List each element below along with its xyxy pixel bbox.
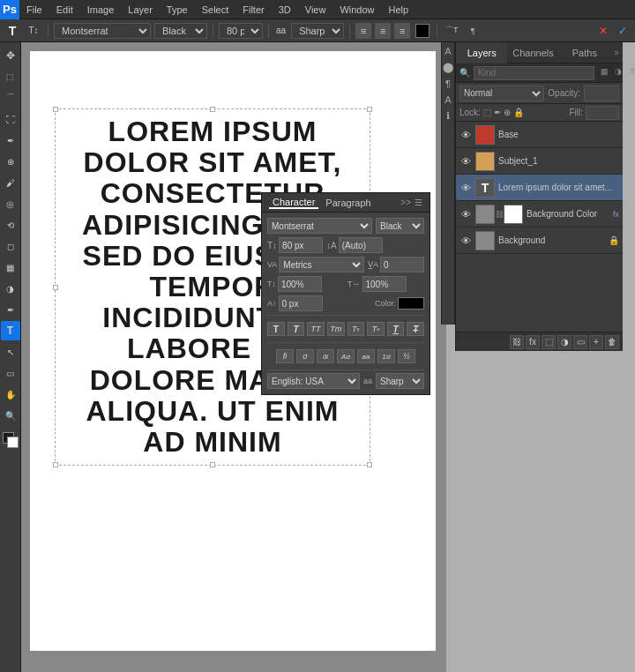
warp-text-icon[interactable]: ⌒T bbox=[443, 22, 460, 40]
clone-tool[interactable]: ◎ bbox=[1, 194, 20, 213]
lasso-tool[interactable]: ⌒ bbox=[1, 88, 20, 108]
filter-adj-icon[interactable]: ◑ bbox=[612, 67, 624, 79]
layer-item[interactable]: 👁 Background 🔒 bbox=[456, 228, 623, 254]
cancel-edit-icon[interactable]: ✕ bbox=[594, 22, 612, 40]
layer-item[interactable]: 👁 Base bbox=[456, 122, 623, 148]
menu-select[interactable]: Select bbox=[195, 0, 236, 19]
text-color-swatch[interactable] bbox=[415, 24, 430, 38]
text-orientation-icon[interactable]: T↕ bbox=[25, 22, 42, 40]
handle-tm[interactable] bbox=[210, 107, 215, 112]
kerning-input[interactable]: 0 bbox=[380, 257, 424, 273]
handle-tr[interactable] bbox=[367, 107, 372, 112]
tab-paragraph[interactable]: Paragraph bbox=[322, 198, 374, 208]
vertical-scale-input[interactable]: 100% bbox=[278, 276, 322, 292]
character-panel-icon[interactable]: ¶ bbox=[464, 22, 482, 40]
layer-item[interactable]: 👁 ⛓ Background Color fx bbox=[456, 201, 623, 228]
panel-expand-icon[interactable]: >> bbox=[400, 198, 411, 207]
layer-style-btn[interactable]: fx bbox=[526, 335, 540, 349]
char-color-swatch[interactable] bbox=[398, 297, 424, 310]
new-layer-btn[interactable]: + bbox=[589, 335, 603, 349]
handle-tl[interactable] bbox=[53, 107, 58, 112]
menu-filter[interactable]: Filter bbox=[235, 0, 271, 19]
menu-3d[interactable]: 3D bbox=[272, 0, 298, 19]
font-size-dropdown[interactable]: 80 px bbox=[219, 23, 263, 39]
handle-br[interactable] bbox=[367, 462, 372, 467]
move-tool[interactable]: ✥ bbox=[1, 46, 20, 65]
new-group-btn[interactable]: ▭ bbox=[573, 335, 587, 349]
char-font-style-dropdown[interactable]: Black bbox=[376, 218, 424, 234]
properties-icon[interactable]: ℹ bbox=[446, 110, 450, 122]
all-caps-btn[interactable]: TT bbox=[307, 322, 325, 336]
baseline-input[interactable]: 0 px bbox=[279, 295, 323, 311]
new-adjustment-btn[interactable]: ◑ bbox=[557, 335, 572, 349]
pen-tool[interactable]: ✒ bbox=[1, 300, 20, 319]
healing-tool[interactable]: ⊕ bbox=[1, 152, 20, 171]
strikethrough-btn[interactable]: T bbox=[407, 322, 424, 336]
tab-layers[interactable]: Layers bbox=[456, 42, 507, 63]
marquee-tool[interactable]: ⬚ bbox=[1, 67, 20, 86]
eyedropper-tool[interactable]: ✒ bbox=[1, 131, 20, 150]
gradient-tool[interactable]: ▦ bbox=[1, 258, 20, 277]
layers-history-icon[interactable]: A bbox=[444, 46, 451, 56]
tracking-type-dropdown[interactable]: Metrics bbox=[279, 257, 364, 273]
menu-image[interactable]: Image bbox=[80, 0, 122, 19]
language-dropdown[interactable]: English: USA bbox=[267, 373, 360, 389]
delete-layer-btn[interactable]: 🗑 bbox=[605, 335, 619, 349]
swash-btn[interactable]: aа bbox=[357, 349, 375, 363]
opacity-input[interactable]: 100% bbox=[584, 86, 619, 101]
path-select-tool[interactable]: ↖ bbox=[1, 342, 20, 362]
layers-tab-expand[interactable]: » bbox=[610, 48, 623, 57]
handle-bm[interactable] bbox=[210, 462, 215, 467]
menu-layer[interactable]: Layer bbox=[121, 0, 160, 19]
font-style-dropdown[interactable]: Black bbox=[154, 23, 207, 39]
foreground-color[interactable] bbox=[3, 432, 19, 448]
lock-pixels-icon[interactable]: ⬚ bbox=[483, 108, 491, 117]
hand-tool[interactable]: ✋ bbox=[1, 385, 20, 404]
leading-input[interactable]: (Auto) bbox=[339, 237, 383, 253]
filter-pixel-icon[interactable]: ▦ bbox=[598, 67, 610, 79]
tab-character[interactable]: Character bbox=[269, 197, 318, 209]
lock-all-icon[interactable]: 🔒 bbox=[513, 108, 524, 117]
handle-bl[interactable] bbox=[53, 462, 58, 467]
add-mask-btn[interactable]: ⬚ bbox=[542, 335, 556, 349]
layer-fx-icon[interactable]: fx bbox=[613, 210, 619, 219]
link-layers-btn[interactable]: ⛓ bbox=[510, 335, 524, 349]
layer-visibility-icon[interactable]: 👁 bbox=[459, 209, 472, 220]
menu-type[interactable]: Type bbox=[160, 0, 195, 19]
paragraph-icon[interactable]: ¶ bbox=[445, 78, 451, 89]
fraction-btn[interactable]: ½ bbox=[398, 349, 415, 363]
char-font-name-dropdown[interactable]: Montserrat bbox=[267, 218, 372, 234]
layer-visibility-icon[interactable]: 👁 bbox=[459, 130, 472, 140]
ligature-btn[interactable]: fi bbox=[276, 349, 294, 363]
shape-tool[interactable]: ▭ bbox=[1, 363, 20, 383]
menu-window[interactable]: Window bbox=[332, 0, 381, 19]
char-aa-dropdown[interactable]: Sharp bbox=[376, 373, 424, 389]
layer-visibility-icon[interactable]: 👁 bbox=[459, 156, 472, 167]
faux-bold-btn[interactable]: T bbox=[267, 322, 285, 336]
fill-input[interactable]: 100% bbox=[586, 106, 619, 120]
adjustments-icon[interactable]: ⬤ bbox=[443, 62, 453, 73]
layer-item[interactable]: 👁 T Lorem ipsum dolor sit amet... bbox=[456, 175, 623, 201]
tab-channels[interactable]: Channels bbox=[507, 42, 558, 63]
history-tool[interactable]: ⟲ bbox=[1, 215, 20, 235]
layer-visibility-icon[interactable]: 👁 bbox=[459, 235, 472, 246]
tab-paths[interactable]: Paths bbox=[559, 42, 610, 63]
commit-edit-icon[interactable]: ✓ bbox=[614, 22, 631, 40]
zoom-tool[interactable]: 🔍 bbox=[1, 406, 20, 425]
blend-mode-dropdown[interactable]: Normal bbox=[459, 86, 544, 101]
menu-file[interactable]: File bbox=[19, 0, 49, 19]
lock-artboard-icon[interactable]: ⊕ bbox=[504, 108, 511, 117]
brush-tool[interactable]: 🖌 bbox=[1, 173, 20, 192]
character-icon[interactable]: A bbox=[444, 94, 451, 105]
text-tool[interactable]: T bbox=[1, 321, 20, 340]
layer-item[interactable]: 👁 Subject_1 bbox=[456, 148, 623, 175]
align-center-btn[interactable]: ≡ bbox=[375, 23, 391, 39]
eraser-tool[interactable]: ◻ bbox=[1, 236, 20, 256]
font-name-dropdown[interactable]: Montserrat bbox=[54, 23, 151, 39]
filter-type-icon[interactable]: T bbox=[626, 67, 635, 79]
small-caps-btn[interactable]: Tт bbox=[327, 322, 345, 336]
menu-edit[interactable]: Edit bbox=[49, 0, 80, 19]
standard-ligature-btn[interactable]: σ bbox=[296, 349, 314, 363]
align-left-btn[interactable]: ≡ bbox=[355, 23, 371, 39]
subscript-btn[interactable]: Ts bbox=[367, 322, 385, 336]
